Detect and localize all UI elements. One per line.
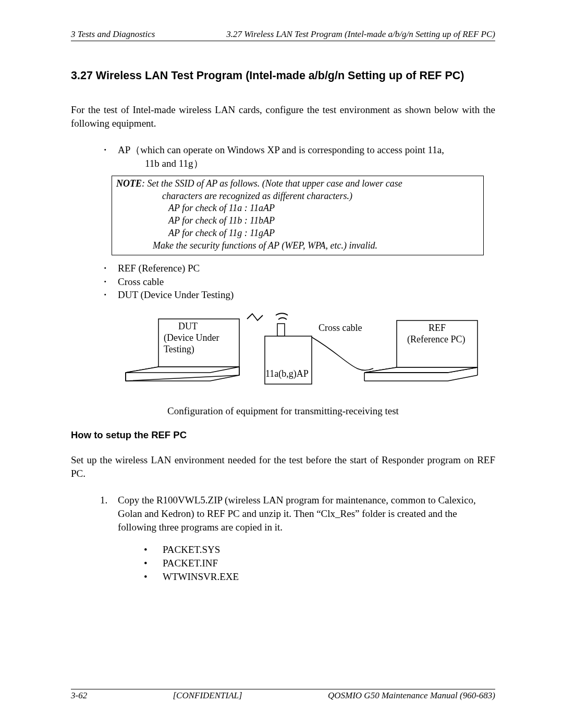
- list-item-cross-cable: ・ Cross cable: [100, 275, 495, 289]
- step-1: 1. Copy the R100VWL5.ZIP (wireless LAN p…: [100, 493, 495, 534]
- program-3-text: WTWINSVR.EXE: [163, 570, 239, 584]
- diagram-svg: DUT (Device Under Testing) 11a(b,g)AP Cr…: [118, 311, 483, 400]
- note-line-6: Make the security functions of AP (WEP, …: [116, 240, 479, 252]
- footer-left: 3-62: [71, 690, 87, 701]
- equipment-diagram: DUT (Device Under Testing) 11a(b,g)AP Cr…: [71, 311, 495, 402]
- note-line-3: AP for check of 11a : 11aAP: [116, 202, 479, 215]
- note-line-5: AP for check of 11g : 11gAP: [116, 227, 479, 240]
- svg-text:Cross cable: Cross cable: [319, 323, 362, 333]
- svg-text:11a(b,g)AP: 11a(b,g)AP: [265, 368, 309, 379]
- list-item-dut-text: DUT (Device Under Testing): [118, 288, 234, 302]
- sub-heading: How to setup the REF PC: [71, 429, 495, 441]
- program-item-3: • WTWINSVR.EXE: [144, 570, 495, 584]
- footer-right: QOSMIO G50 Maintenance Manual (960-683): [328, 690, 495, 701]
- note-line-4: AP for check of 11b : 11bAP: [116, 215, 479, 227]
- bullet-dot-icon: ・: [100, 143, 118, 170]
- note-label: NOTE: [116, 178, 142, 189]
- equipment-list: ・ AP（which can operate on Windows XP and…: [100, 143, 495, 170]
- setup-paragraph: Set up the wireless LAN environment need…: [71, 453, 495, 480]
- bullet-dot-icon: •: [144, 543, 163, 557]
- bullet-dot-icon: •: [144, 557, 163, 570]
- svg-text:(Reference PC): (Reference PC): [407, 334, 465, 345]
- bullet-dot-icon: ・: [100, 275, 118, 289]
- program-item-1: • PACKET.SYS: [144, 543, 495, 557]
- diagram-dut-label: DUT: [178, 321, 198, 331]
- bullet-dot-icon: •: [144, 570, 163, 584]
- svg-line-18: [448, 375, 478, 381]
- step-1-text: Copy the R100VWL5.ZIP (wireless LAN prog…: [118, 493, 495, 534]
- svg-text:REF: REF: [429, 323, 446, 333]
- footer-center: [CONFIDENTIAL]: [173, 690, 242, 701]
- svg-marker-20: [364, 367, 478, 373]
- list-item-ap-text: AP（which can operate on Windows XP and i…: [118, 144, 444, 155]
- list-item-cross-cable-text: Cross cable: [118, 275, 164, 289]
- svg-rect-0: [158, 319, 239, 367]
- page-header: 3 Tests and Diagnostics 3.27 Wireless LA…: [71, 29, 495, 41]
- program-2-text: PACKET.INF: [163, 557, 218, 570]
- header-left: 3 Tests and Diagnostics: [71, 29, 155, 40]
- section-heading: 3.27 Wireless LAN Test Program (Intel-ma…: [71, 68, 495, 83]
- header-right: 3.27 Wireless LAN Test Program (Intel-ma…: [226, 29, 495, 40]
- program-1-text: PACKET.SYS: [163, 543, 220, 557]
- program-item-2: • PACKET.INF: [144, 557, 495, 570]
- list-item-ap: ・ AP（which can operate on Windows XP and…: [100, 143, 495, 170]
- bullet-dot-icon: ・: [100, 288, 118, 302]
- svg-text:(Device Under: (Device Under: [164, 332, 219, 343]
- bullet-dot-icon: ・: [100, 262, 118, 275]
- note-line-1: NOTE: Set the SSID of AP as follows. (No…: [116, 178, 479, 190]
- note-line1-rest: : Set the SSID of AP as follows. (Note t…: [142, 178, 402, 189]
- list-item-ref-pc-text: REF (Reference) PC: [118, 262, 200, 275]
- setup-steps: 1. Copy the R100VWL5.ZIP (wireless LAN p…: [100, 493, 495, 534]
- list-item-ap-sub: 11b and 11g）: [145, 157, 444, 170]
- svg-text:Testing): Testing): [164, 344, 194, 355]
- list-item-ref-pc: ・ REF (Reference) PC: [100, 262, 495, 275]
- intro-paragraph: For the test of Intel-made wireless LAN …: [71, 103, 495, 130]
- equipment-list-continued: ・ REF (Reference) PC ・ Cross cable ・ DUT…: [100, 262, 495, 302]
- svg-rect-10: [277, 324, 285, 336]
- page-footer: 3-62 [CONFIDENTIAL] QOSMIO G50 Maintenan…: [71, 689, 495, 701]
- list-item-dut: ・ DUT (Device Under Testing): [100, 288, 495, 302]
- note-line-2: characters are recognized as different c…: [116, 190, 479, 203]
- program-list: • PACKET.SYS • PACKET.INF • WTWINSVR.EXE: [144, 543, 495, 583]
- note-box: NOTE: Set the SSID of AP as follows. (No…: [112, 176, 484, 256]
- step-1-marker: 1.: [100, 493, 118, 534]
- diagram-caption: Configuration of equipment for transmitt…: [71, 405, 495, 417]
